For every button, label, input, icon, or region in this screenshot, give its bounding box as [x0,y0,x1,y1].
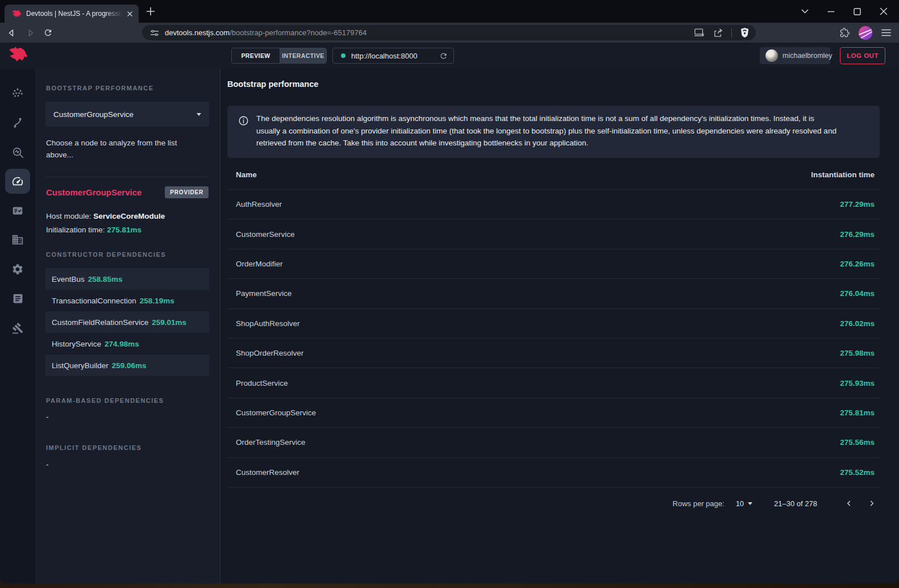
page-title: Bootstrap performance [227,80,318,89]
url-path: /bootstrap-performance?node=-65179764 [230,28,367,37]
sidebar-item-graph[interactable] [5,81,30,106]
dependency-item[interactable]: EventBus258.85ms [45,268,209,290]
chevron-down-icon [197,113,201,116]
col-time-header: Instantiation time [811,170,875,179]
window-minimize-button[interactable] [827,8,835,15]
prev-page-button[interactable] [841,495,857,511]
back-button[interactable] [7,28,17,38]
forward-button[interactable] [25,28,35,38]
app-header: PREVIEW INTERACTIVE http://localhost:800… [0,43,899,69]
send-to-device-icon[interactable] [694,28,705,37]
node-select[interactable]: CustomerGroupService [45,102,209,127]
table-row[interactable]: CustomerService276.29ms [227,219,880,249]
table-row[interactable]: ShopAuthResolver276.02ms [227,309,880,339]
logout-button[interactable]: LOG OUT [840,47,885,64]
param-deps-title: PARAM-BASED DEPENDENCIES [46,397,164,404]
sidebar-item-routes[interactable] [5,110,30,135]
browser-toolbar: devtools.nestjs.com/bootstrap-performanc… [0,23,899,43]
table-header: Name Instantiation time [227,160,880,190]
browser-menu-icon[interactable] [881,29,891,36]
interactive-tab[interactable]: INTERACTIVE [280,48,326,63]
implicit-deps-title: IMPLICIT DEPENDENCIES [46,444,141,451]
constructor-deps-list: EventBus258.85ms TransactionalConnection… [45,268,209,376]
app-sidebar [0,69,35,583]
next-page-button[interactable] [864,495,880,511]
address-bar[interactable]: devtools.nestjs.com/bootstrap-performanc… [142,25,756,40]
host-module-line: Host module: ServiceCoreModule [46,212,165,220]
site-settings-icon[interactable] [150,28,159,37]
node-hint: Choose a node to analyze from the list a… [46,137,191,161]
window-maximize-button[interactable] [854,8,861,15]
pagination-range: 21–30 of 278 [774,499,817,508]
rows-per-page-label: Rows per page: [673,499,725,508]
host-module-value: ServiceCoreModule [93,212,165,220]
table-row[interactable]: CustomerResolver275.52ms [227,458,880,487]
table-row[interactable]: OrderTestingService275.56ms [227,428,880,457]
pagination-bar: Rows per page: 10 21–30 of 278 [227,487,880,519]
table-row[interactable]: ProductService275.93ms [227,368,880,398]
sidebar-item-settings[interactable] [5,257,30,282]
implicit-deps-value: - [46,460,49,469]
main-content: Bootstrap performance The dependencies r… [220,69,899,583]
dependency-item[interactable]: CustomFieldRelationService259.01ms [45,311,209,333]
table-row[interactable]: OrderModifier276.26ms [227,249,880,279]
panel-divider [46,177,209,177]
table-row[interactable]: AuthResolver277.29ms [227,190,880,219]
dependency-item[interactable]: HistoryService274.98ms [45,333,209,355]
info-icon [238,115,249,126]
table-row[interactable]: ShopOrderResolver275.98ms [227,339,880,368]
table-row[interactable]: CustomerGroupService275.81ms [227,398,880,428]
sidebar-item-modules[interactable] [5,227,30,252]
brave-shield-icon[interactable] [740,28,749,37]
preview-url: http://localhost:8000 [351,52,417,60]
info-box: The dependencies resolution algorithm is… [227,106,880,158]
new-tab-button[interactable] [146,7,155,16]
sidebar-item-bootstrap-performance[interactable] [5,169,30,194]
user-avatar [765,49,778,62]
col-name-header: Name [236,170,257,179]
chevron-down-icon [748,502,752,505]
preview-url-box[interactable]: http://localhost:8000 [332,48,454,64]
tab-favicon-nestjs [11,10,22,18]
init-time-value: 275.81ms [107,226,141,234]
browser-titlebar: Devtools | NestJS - A progressive [0,0,899,23]
tab-title: Devtools | NestJS - A progressive [26,10,126,18]
sidebar-item-gavel[interactable] [5,315,30,340]
dependency-item[interactable]: ListQueryBuilder259.06ms [45,355,209,376]
nestjs-logo [7,47,28,62]
refresh-preview-icon[interactable] [439,52,448,60]
extensions-icon[interactable] [840,28,850,37]
url-domain: devtools.nestjs.com [165,28,230,37]
node-type-badge: PROVIDER [165,186,209,198]
panel-section-title: BOOTSTRAP PERFORMANCE [46,85,154,91]
view-mode-toggle: PREVIEW INTERACTIVE [231,48,327,64]
init-time-line: Initialization time: 275.81ms [46,226,141,234]
dependency-item[interactable]: TransactionalConnection258.19ms [45,290,209,311]
tab-close-icon[interactable] [126,10,134,18]
detail-panel: BOOTSTRAP PERFORMANCE CustomerGroupServi… [35,69,220,583]
constructor-deps-title: CONSTRUCTOR DEPENDENCIES [46,251,166,258]
node-select-value: CustomerGroupService [53,110,197,119]
info-text: The dependencies resolution algorithm is… [256,112,838,149]
table-row[interactable]: PaymentService276.04ms [227,279,880,308]
sidebar-item-inspect[interactable] [5,140,30,165]
performance-table: Name Instantiation time AuthResolver277.… [227,160,880,487]
tab-search-icon[interactable] [801,9,809,14]
param-deps-value: - [46,412,49,421]
user-name: michaelbromley [783,52,833,60]
sidebar-item-docs[interactable] [5,286,30,311]
browser-profile-avatar[interactable] [859,26,872,40]
browser-tab[interactable]: Devtools | NestJS - A progressive [5,5,139,23]
browser-window: Devtools | NestJS - A progressive devtoo… [0,0,899,583]
sidebar-item-audit[interactable] [5,198,30,223]
window-close-button[interactable] [880,7,888,15]
connection-status-dot [341,53,346,58]
reload-button[interactable] [43,28,53,37]
share-icon[interactable] [713,28,723,37]
table-body: AuthResolver277.29ms CustomerService276.… [227,190,880,487]
preview-tab[interactable]: PREVIEW [232,48,280,63]
user-chip[interactable]: michaelbromley [760,47,830,64]
rows-per-page-select[interactable]: 10 [736,499,752,508]
selected-node-name: CustomerGroupService [46,187,141,197]
